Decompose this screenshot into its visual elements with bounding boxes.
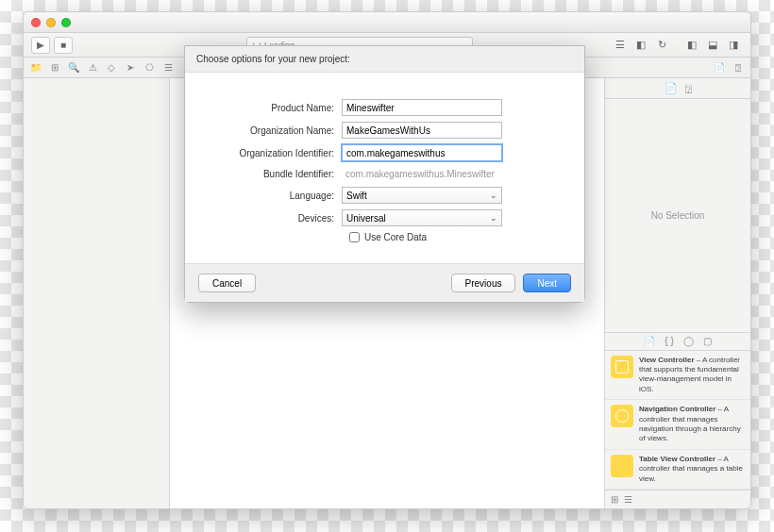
org-id-label: Organization Identifier:: [202, 148, 342, 158]
language-select[interactable]: Swift: [342, 187, 502, 204]
editor-assistant-icon[interactable]: ◧: [631, 37, 650, 54]
quick-help-icon[interactable]: ⍰: [685, 83, 692, 94]
file-template-icon[interactable]: 📄: [644, 336, 655, 346]
library-tabs: 📄 { } ◯ ▢: [605, 332, 750, 351]
bundle-id-value: com.makegameswithus.Mineswifter: [342, 167, 502, 181]
object-library: View Controller – A controller that supp…: [605, 351, 750, 490]
inspector-tabs: 📄 ⍰: [605, 78, 750, 99]
core-data-input[interactable]: [349, 232, 360, 242]
table-view-controller-icon: [611, 455, 633, 477]
file-inspector-icon[interactable]: 📄: [665, 82, 678, 94]
minimize-icon[interactable]: [46, 18, 56, 27]
sheet-footer: Cancel Previous Next: [185, 263, 584, 302]
navigator-panel: [24, 78, 170, 508]
no-selection-label: No Selection: [651, 210, 705, 221]
panel-left-icon[interactable]: ◧: [682, 37, 701, 54]
core-data-label: Use Core Data: [364, 232, 427, 242]
org-id-input[interactable]: [342, 144, 502, 161]
issue-nav-icon[interactable]: ⚠: [86, 62, 99, 73]
devices-label: Devices:: [202, 213, 342, 224]
editor-standard-icon[interactable]: ☰: [611, 37, 630, 54]
find-nav-icon[interactable]: 🔍: [67, 62, 80, 73]
product-name-input[interactable]: [342, 99, 502, 116]
media-library-icon[interactable]: ▢: [703, 336, 712, 346]
navigation-controller-icon: [611, 405, 633, 427]
zoom-icon[interactable]: [61, 18, 71, 27]
report-nav-icon[interactable]: ☰: [161, 62, 175, 73]
close-icon[interactable]: [31, 18, 41, 27]
product-name-label: Product Name:: [202, 103, 342, 113]
debug-nav-icon[interactable]: ➤: [124, 62, 137, 73]
filter-icon[interactable]: ☰: [624, 494, 632, 505]
titlebar: [24, 12, 750, 33]
inspector-help-icon[interactable]: ⍰: [732, 62, 745, 73]
core-data-checkbox[interactable]: Use Core Data: [349, 232, 567, 242]
object-library-icon[interactable]: ◯: [683, 336, 694, 346]
inspector-empty: No Selection: [605, 99, 750, 332]
inspector-panel: 📄 ⍰ No Selection 📄 { } ◯ ▢ View Controll…: [604, 78, 750, 508]
inspector-file-icon[interactable]: 📄: [713, 62, 726, 73]
devices-select[interactable]: Universal: [342, 209, 502, 226]
sheet-heading: Choose options for your new project:: [185, 46, 584, 73]
sheet-body: Product Name: Organization Name: Organiz…: [185, 73, 584, 263]
run-button[interactable]: ▶: [31, 37, 50, 54]
panel-right-icon[interactable]: ◨: [724, 37, 743, 54]
stop-button[interactable]: ■: [54, 37, 73, 54]
project-nav-icon[interactable]: 📁: [29, 62, 42, 73]
symbol-nav-icon[interactable]: ⊞: [48, 62, 61, 73]
test-nav-icon[interactable]: ◇: [105, 62, 118, 73]
panel-bottom-icon[interactable]: ⬓: [703, 37, 722, 54]
code-snippet-icon[interactable]: { }: [665, 336, 673, 346]
breakpoint-nav-icon[interactable]: ⎔: [143, 62, 156, 73]
org-name-input[interactable]: [342, 122, 502, 139]
next-button[interactable]: Next: [523, 274, 571, 292]
cancel-button[interactable]: Cancel: [198, 274, 256, 292]
traffic-lights: [31, 18, 71, 27]
org-name-label: Organization Name:: [202, 125, 342, 136]
library-item-view-controller[interactable]: View Controller – A controller that supp…: [605, 351, 750, 401]
library-item-navigation-controller[interactable]: Navigation Controller – A controller tha…: [605, 400, 750, 450]
grid-view-icon[interactable]: ⊞: [611, 494, 618, 505]
editor-version-icon[interactable]: ↻: [652, 37, 671, 54]
library-item-table-view-controller[interactable]: Table View Controller – A controller tha…: [605, 450, 750, 490]
library-footer: ⊞ ☰: [605, 490, 750, 508]
toolbar-right: ☰ ◧ ↻ ◧ ⬓ ◨: [611, 37, 743, 54]
language-label: Language:: [202, 191, 342, 201]
view-controller-icon: [611, 356, 633, 378]
bundle-id-label: Bundle Identifier:: [202, 169, 342, 179]
previous-button[interactable]: Previous: [451, 274, 516, 292]
new-project-sheet: Choose options for your new project: Pro…: [184, 45, 585, 303]
